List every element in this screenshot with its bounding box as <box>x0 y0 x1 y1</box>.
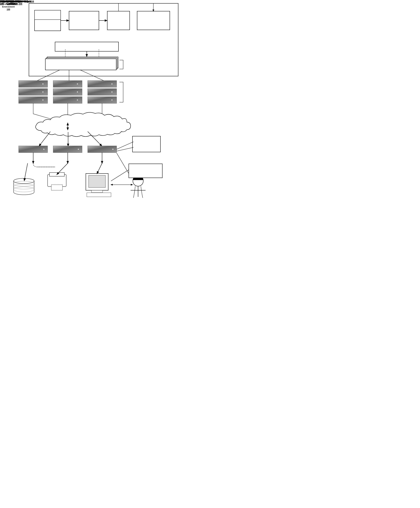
svg-rect-28 <box>53 89 82 95</box>
svg-line-52 <box>39 132 50 146</box>
svg-rect-81 <box>89 175 105 187</box>
svg-point-38 <box>111 91 112 93</box>
svg-line-79 <box>57 163 68 174</box>
svg-rect-29 <box>88 89 117 95</box>
svg-line-90 <box>111 170 129 181</box>
svg-point-85 <box>133 176 143 186</box>
svg-rect-5 <box>137 11 170 30</box>
svg-point-56 <box>43 149 45 150</box>
svg-line-23 <box>80 70 104 81</box>
svg-rect-9 <box>45 59 116 70</box>
svg-line-91 <box>117 153 129 173</box>
svg-rect-89 <box>129 164 162 178</box>
svg-rect-59 <box>88 146 117 153</box>
svg-rect-76 <box>48 174 66 187</box>
svg-rect-77 <box>49 172 64 176</box>
svg-rect-57 <box>53 146 82 153</box>
svg-line-84 <box>97 163 102 173</box>
svg-line-21 <box>37 70 60 81</box>
svg-rect-2 <box>35 10 61 20</box>
diagram: Hybrid Computing Environment 100 Host Co… <box>0 0 187 226</box>
svg-point-67 <box>14 190 34 195</box>
svg-line-62 <box>117 142 133 149</box>
svg-line-54 <box>88 132 102 146</box>
svg-rect-32 <box>88 97 117 103</box>
svg-rect-25 <box>53 81 82 87</box>
svg-point-37 <box>77 91 78 93</box>
svg-rect-8 <box>46 58 117 69</box>
svg-rect-24 <box>19 81 48 87</box>
svg-rect-55 <box>19 146 48 153</box>
svg-rect-27 <box>19 89 48 95</box>
svg-line-63 <box>117 147 133 151</box>
svg-rect-82 <box>91 190 103 193</box>
svg-rect-31 <box>53 97 82 103</box>
svg-point-74 <box>14 187 34 192</box>
svg-rect-30 <box>19 97 48 103</box>
svg-point-35 <box>111 83 112 84</box>
figure-label: FIG. 1 <box>0 0 8 3</box>
svg-point-40 <box>77 99 78 101</box>
svg-rect-80 <box>86 173 108 190</box>
svg-rect-83 <box>87 193 111 197</box>
svg-point-41 <box>111 99 112 101</box>
svg-point-34 <box>77 83 78 84</box>
svg-rect-68 <box>14 181 34 192</box>
svg-point-58 <box>78 149 79 150</box>
svg-point-73 <box>14 184 34 189</box>
svg-line-47 <box>73 114 102 123</box>
svg-rect-3 <box>69 11 99 30</box>
svg-rect-26 <box>88 81 117 87</box>
svg-rect-1 <box>35 10 61 31</box>
svg-point-72 <box>14 181 34 186</box>
svg-rect-0 <box>29 3 178 76</box>
svg-rect-4 <box>107 11 130 30</box>
svg-point-36 <box>42 91 44 93</box>
svg-rect-6 <box>55 42 119 51</box>
svg-line-43 <box>33 114 65 123</box>
svg-point-33 <box>42 83 44 84</box>
svg-point-39 <box>42 99 44 101</box>
svg-rect-78 <box>51 185 62 190</box>
svg-rect-7 <box>47 57 118 68</box>
svg-line-75 <box>24 163 28 181</box>
svg-rect-61 <box>133 136 160 152</box>
svg-point-71 <box>14 178 34 184</box>
svg-point-60 <box>112 149 113 150</box>
